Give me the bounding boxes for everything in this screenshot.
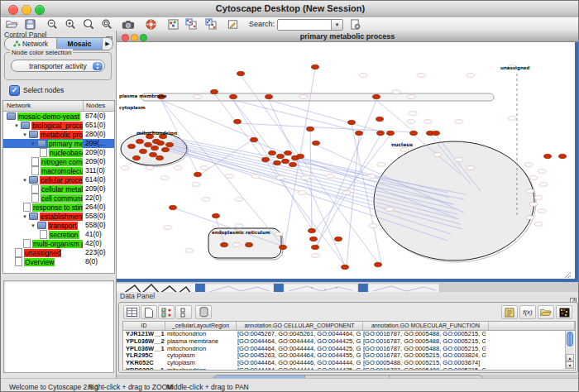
attribute-table-header[interactable]: ID_cellularLayoutRegionannotation.GO CEL…: [123, 322, 575, 331]
tree-col-network: Network: [7, 102, 31, 109]
tree-header-divider: [83, 101, 84, 111]
tree-expand-icon[interactable]: ▼: [31, 141, 36, 146]
tab-mosaic[interactable]: Mosaic: [57, 38, 103, 50]
tree-row-label: nitrogen compo: [41, 158, 83, 166]
tree-row-count: 280(0): [85, 130, 106, 139]
delete-attribute-icon[interactable]: [195, 305, 212, 319]
table-cell: [GO:0016787, GO:0005488, GO:0005215, G..…: [361, 346, 486, 353]
tree-row[interactable]: nucleobase-209(0): [3, 148, 114, 157]
tree-row[interactable]: secretion41(0): [3, 230, 114, 239]
tree-row-count: 558(0): [85, 221, 106, 230]
select-attributes-icon[interactable]: [158, 305, 175, 319]
page-icon: [31, 157, 39, 166]
import-icon[interactable]: [348, 18, 361, 30]
tree-row[interactable]: ▼establishment of lo558(0): [3, 212, 114, 221]
tree-row[interactable]: unassigned223(0): [3, 248, 114, 257]
load-attributes-icon[interactable]: [538, 305, 554, 319]
tree-row[interactable]: ▼metabolic process280(0): [3, 130, 114, 139]
tree-row-count: 209(0): [85, 184, 106, 194]
search-dropdown-icon[interactable]: ▾: [331, 20, 342, 30]
tree-row[interactable]: cell communicat22(0): [3, 194, 114, 203]
node-color-selection-group: Node color selection transporter activit…: [4, 52, 112, 80]
select-stepper-icon: ▲▼: [93, 62, 103, 70]
table-row[interactable]: YPL036W__1mitochondrion[GO:0044464, GO:0…: [123, 346, 575, 353]
tree-row[interactable]: ▼cellular process614(0): [3, 175, 114, 184]
zoom-in-icon[interactable]: [64, 18, 77, 30]
tree-row[interactable]: nitrogen compo209(0): [3, 157, 114, 166]
scroll-up-icon[interactable]: ▲: [566, 354, 574, 361]
network-canvas[interactable]: plasma membranecytoplasmmitochondrionnuc…: [117, 42, 572, 279]
table-cell: [GO:0016787, GO:0005488, GO:0005215, G..…: [361, 367, 486, 370]
table-column-header[interactable]: annotation.GO CELLULAR_COMPONENT: [237, 322, 363, 330]
scrollbar-thumb[interactable]: [567, 332, 573, 347]
tree-row[interactable]: multi-organism pro42(0): [3, 239, 114, 248]
tree-row[interactable]: macromolecule311(0): [3, 166, 114, 175]
tree-expand-icon[interactable]: ▼: [22, 132, 27, 137]
status-zoom-hint: Right-click + drag to ZOOM: [88, 383, 173, 391]
table-cell: cytoplasm: [165, 360, 235, 367]
search-text-field[interactable]: [279, 20, 332, 30]
snapshot-icon[interactable]: [122, 18, 135, 30]
tree-expand-icon[interactable]: ▼: [14, 123, 19, 128]
tree-row[interactable]: Overview8(0): [3, 257, 114, 266]
network-view-window: primary metabolic process plasma membran…: [117, 31, 578, 282]
node-color-selection-legend: Node color selection: [10, 49, 73, 56]
node-color-select[interactable]: transporter activity ▲▼: [11, 60, 105, 72]
unselect-attributes-icon[interactable]: [175, 305, 192, 319]
tree-expand-icon[interactable]: ▼: [22, 178, 27, 183]
network-view-titlebar[interactable]: primary metabolic process: [117, 31, 578, 42]
tree-row[interactable]: cellular metabo209(0): [3, 184, 114, 194]
table-row[interactable]: YDR039C__1mitochondrion[GO:0044464, GO:0…: [123, 367, 575, 370]
zoom-out-icon[interactable]: [45, 18, 59, 30]
annotation-icon[interactable]: [226, 18, 239, 30]
folder-icon: [29, 131, 38, 138]
table-column-header[interactable]: _cellularLayoutRegion: [165, 322, 237, 330]
overlay-show-icon[interactable]: [184, 18, 198, 30]
tree-row-label: unassigned: [24, 249, 61, 257]
table-row[interactable]: YLR295Ccytoplasm[GO:0045263, GO:0044464,…: [123, 352, 575, 360]
formula-builder-icon[interactable]: f(x): [519, 305, 536, 319]
help-icon[interactable]: [144, 18, 157, 30]
tree-row[interactable]: ▼biological_process651(0): [3, 121, 114, 130]
overlay-hide-icon[interactable]: [204, 18, 218, 30]
svg-text:mitochondrion: mitochondrion: [136, 130, 177, 136]
birds-eye-view[interactable]: [3, 280, 114, 373]
save-icon[interactable]: [23, 18, 36, 30]
tree-row[interactable]: mosaic-demo-yeast874(0): [3, 112, 114, 121]
zoom-selected-icon[interactable]: [100, 18, 113, 30]
tree-row[interactable]: response to stimul264(0): [3, 203, 114, 212]
table-cell: YLR295C: [123, 352, 165, 360]
tree-row[interactable]: ▼transport558(0): [3, 221, 114, 230]
tree-row-label: nucleobase-: [49, 149, 83, 157]
table-column-header[interactable]: annotation.GO MOLECULAR_FUNCTION: [363, 322, 489, 330]
tree-row-label: cell communicat: [41, 194, 83, 203]
page-icon: [23, 239, 31, 248]
page-icon: [15, 257, 22, 266]
tree-row-label: cellular metabo: [41, 185, 83, 194]
table-row[interactable]: YPL036W__2plasma membrane[GO:0044464, GO…: [123, 338, 575, 346]
tree-expand-icon[interactable]: ▼: [31, 223, 36, 228]
tree-row-count: 8(0): [85, 257, 98, 266]
open-icon[interactable]: [5, 18, 18, 30]
search-input[interactable]: ▾: [277, 19, 343, 31]
page-icon: [40, 230, 47, 239]
attribute-list-icon[interactable]: [501, 305, 518, 319]
page-icon: [15, 248, 22, 257]
tab-network[interactable]: Network: [5, 38, 57, 50]
scroll-down-icon[interactable]: ▼: [566, 361, 574, 369]
new-attribute-icon[interactable]: [141, 305, 157, 319]
tree-expand-icon[interactable]: ▼: [22, 214, 27, 219]
vizmapper-icon[interactable]: [166, 18, 179, 30]
table-row[interactable]: YKR052Ccytoplasm[GO:0044464, GO:0044446,…: [123, 360, 575, 367]
attribute-table[interactable]: ID_cellularLayoutRegionannotation.GO CEL…: [122, 321, 576, 370]
tree-row[interactable]: ▼primary metabo209(...: [3, 139, 114, 148]
zoom-fit-icon[interactable]: [82, 18, 95, 30]
table-row[interactable]: YJR121W__1mitochondrion[GO:0045267, GO:0…: [123, 331, 575, 338]
tree-row-label: secretion: [49, 231, 79, 239]
tab-overflow-arrow-icon[interactable]: ▶: [103, 38, 112, 50]
table-column-header[interactable]: ID: [123, 322, 165, 330]
select-nodes-checkbox[interactable]: ✓: [9, 85, 20, 96]
matrix-view-icon[interactable]: [556, 305, 572, 319]
table-mode-icon[interactable]: [123, 305, 140, 319]
folder-icon: [37, 140, 46, 147]
